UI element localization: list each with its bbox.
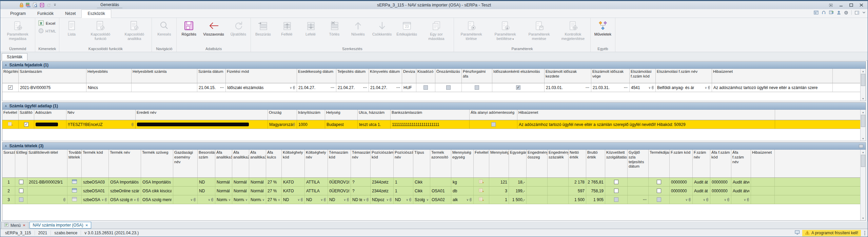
cell[interactable] (15, 187, 27, 195)
cell[interactable]: 2021-BB/000029/1 (27, 178, 67, 186)
cell[interactable]: 21.03.01.⋯ (545, 83, 591, 92)
window-list-icon[interactable] (814, 10, 818, 15)
close-button[interactable] (857, 2, 866, 8)
cell[interactable]: szbeOSA03 (82, 178, 109, 186)
attachment-icon[interactable] (708, 85, 710, 90)
cell[interactable]: Audit átve (731, 187, 751, 195)
scroll-up-icon[interactable]: ▲ (861, 110, 866, 114)
attachment-icon[interactable] (293, 122, 295, 127)
cell[interactable]: 2021-BV/000075 (19, 83, 86, 92)
dropdown-icon[interactable]: ∨ (100, 198, 104, 201)
cell[interactable]: ND∨ (328, 195, 351, 204)
checkbox[interactable] (614, 189, 618, 193)
cell[interactable]: 3 (2, 195, 15, 204)
dropdown-icon[interactable]: ∨ (684, 198, 688, 201)
ellipsis-button[interactable]: ⋯ (331, 85, 335, 90)
attachment-icon[interactable] (706, 197, 709, 202)
cell[interactable]: 21.04.27.⋯ (297, 83, 336, 92)
cell[interactable] (474, 187, 489, 195)
cell[interactable]: 121 (489, 178, 509, 186)
checkbox[interactable] (657, 189, 661, 193)
cell[interactable]: Szolg∨ (413, 195, 430, 204)
layers-icon[interactable] (26, 3, 31, 7)
cell[interactable] (751, 178, 775, 186)
attachment-icon[interactable] (727, 197, 730, 202)
cell[interactable]: 21.03.31.⋯ (591, 83, 630, 92)
cell[interactable]: 1 905 (586, 195, 605, 204)
cell[interactable]: Normá∨ (232, 195, 249, 204)
tab-szamlak[interactable]: Számlák (2, 53, 27, 60)
cell[interactable]: OSA Importálós termék (141, 178, 173, 186)
cell[interactable]: ND∨ (394, 195, 413, 204)
support-headset-icon[interactable] (822, 10, 826, 15)
cell[interactable] (430, 178, 451, 186)
cell[interactable]: ND∨ (282, 195, 305, 204)
cell[interactable]: 27 % (266, 187, 282, 195)
cell[interactable]: 1 (2, 178, 15, 186)
attachment-icon[interactable] (651, 85, 654, 90)
cell[interactable]: alk∨ (451, 195, 474, 204)
attachment-icon[interactable] (193, 197, 196, 202)
layout-panel-icon[interactable] (855, 11, 859, 15)
cell[interactable] (15, 195, 27, 204)
scroll-up-icon[interactable]: ▲ (861, 69, 866, 73)
cell[interactable]: OSA Importálós termék (109, 178, 141, 186)
cell[interactable] (462, 83, 492, 92)
attachment-icon[interactable] (409, 197, 412, 202)
cell[interactable]: ND (198, 178, 215, 186)
cell[interactable] (132, 83, 197, 92)
scroll-thumb[interactable] (861, 74, 865, 86)
checkbox[interactable] (19, 180, 23, 184)
cell[interactable]: 0000000 (670, 187, 693, 195)
cell[interactable] (474, 178, 489, 186)
dropdown-icon[interactable]: ∨ (189, 198, 193, 201)
scroll-down-icon[interactable]: ▼ (861, 96, 866, 101)
cell[interactable]: 1 (489, 195, 509, 204)
cell[interactable]: ND tes∨ (351, 195, 371, 204)
ribbon-tab-eszkozok[interactable]: Eszközök (81, 9, 111, 18)
cell[interactable]: ? (351, 178, 371, 186)
dropdown-icon[interactable]: ∨ (342, 198, 346, 201)
scroll-thumb[interactable] (861, 115, 865, 127)
cell[interactable] (649, 195, 670, 204)
cell[interactable]: Audit átve (731, 178, 751, 186)
cell[interactable]: db (451, 187, 474, 195)
cell[interactable]: Belföldi anyag- és ár∨ (656, 83, 712, 92)
attachment-icon[interactable] (347, 197, 349, 202)
attachment-icon[interactable] (131, 122, 134, 127)
cell[interactable] (173, 187, 198, 195)
scroll-up-icon[interactable]: ▲ (861, 150, 866, 154)
cell[interactable]: 2 (2, 187, 15, 195)
cell[interactable]: 758,19 (586, 187, 605, 195)
cell[interactable]: Normál (215, 187, 232, 195)
cell[interactable] (27, 187, 67, 195)
cell[interactable]: KATO (282, 178, 305, 186)
cell[interactable]: 1 (394, 178, 413, 186)
cell[interactable]: HUF (402, 83, 416, 92)
cell[interactable]: Időszaki elszámolás∨ (226, 83, 297, 92)
lock-icon[interactable] (19, 3, 24, 7)
muveletek-button[interactable]: Műveletek (591, 19, 615, 37)
checkbox[interactable]: ✓ (8, 85, 13, 90)
dropdown-icon[interactable]: ∨ (244, 198, 248, 201)
cell[interactable]: 18,- (509, 178, 527, 186)
cell[interactable]: ? (351, 187, 371, 195)
cell[interactable]: Az adószámhoz tartozó ügyfél neve eltér … (712, 83, 833, 92)
cell[interactable] (136, 120, 268, 129)
cell[interactable]: Normál (232, 187, 249, 195)
cell[interactable] (474, 195, 489, 204)
dropdown-icon[interactable]: ∨ (723, 198, 726, 201)
checkbox[interactable] (423, 85, 428, 90)
cell[interactable]: 1000 (297, 120, 325, 129)
cell[interactable]: 1 (394, 187, 413, 195)
cell[interactable]: Budapest (325, 120, 358, 129)
cell[interactable]: 1 500 (569, 195, 586, 204)
settings-gear-icon[interactable] (844, 10, 848, 15)
close-icon[interactable]: ✕ (23, 223, 25, 227)
generate-quick-item[interactable]: Generálás (97, 2, 122, 8)
checkbox[interactable] (475, 85, 479, 90)
cell[interactable] (649, 187, 670, 195)
cell[interactable]: ∨ (731, 195, 751, 204)
doc-search-icon[interactable] (33, 3, 38, 7)
cell[interactable]: Normál (249, 178, 266, 186)
